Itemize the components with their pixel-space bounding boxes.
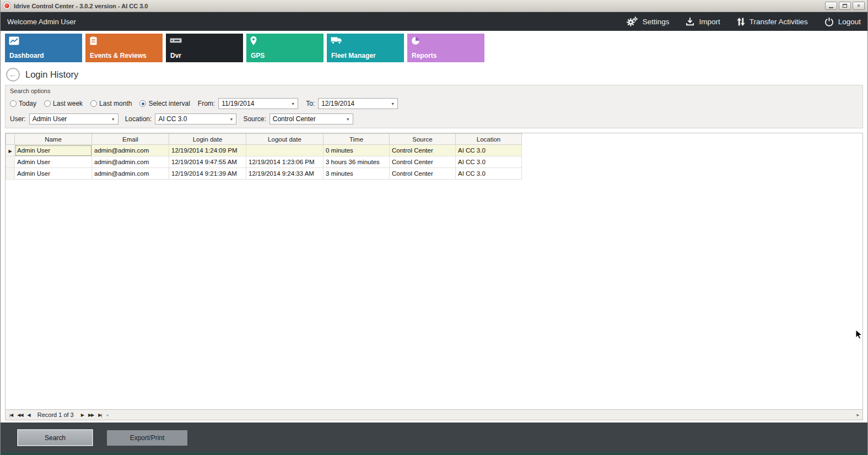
cell-logout-date[interactable]: 12/19/2014 9:24:33 AM xyxy=(246,168,324,180)
column-header-location[interactable]: Location xyxy=(456,134,522,145)
cell-login-date[interactable]: 12/19/2014 9:47:55 AM xyxy=(169,156,246,168)
prev-record-button[interactable]: ◀ xyxy=(25,413,33,418)
cell-logout-date[interactable] xyxy=(246,145,324,156)
location-value: AI CC 3.0 xyxy=(155,114,227,124)
cell-name[interactable]: Admin User xyxy=(15,145,92,156)
scroll-left-icon[interactable]: ◂ xyxy=(104,413,110,418)
tile-events-reviews-label: Events & Reviews xyxy=(90,52,147,59)
cell-email[interactable]: admin@admin.com xyxy=(92,156,169,168)
row-selector-cell xyxy=(6,156,15,168)
export-print-button[interactable]: Export/Print xyxy=(107,430,187,446)
close-button[interactable]: × xyxy=(853,2,865,10)
tile-gps[interactable]: GPS xyxy=(246,34,324,62)
maximize-icon xyxy=(843,4,847,8)
row-selector-cell xyxy=(6,168,15,180)
app-window: { "window": { "title": "Idrive Control C… xyxy=(0,0,868,455)
to-date-dropdown[interactable]: 12/19/2014 ▼ xyxy=(318,98,398,109)
chevron-down-icon[interactable]: ▼ xyxy=(388,99,397,109)
column-header-source[interactable]: Source xyxy=(390,134,456,145)
chevron-down-icon[interactable]: ▼ xyxy=(343,114,353,124)
location-dropdown[interactable]: AI CC 3.0 ▼ xyxy=(155,113,236,124)
table-row[interactable]: Admin User admin@admin.com 12/19/2014 9:… xyxy=(6,156,522,168)
chevron-down-icon[interactable]: ▼ xyxy=(288,99,298,109)
gutter-header-cell xyxy=(6,134,15,145)
transfer-activities-button[interactable]: Transfer Activities xyxy=(737,17,808,26)
page-title: Login History xyxy=(25,69,78,80)
from-label: From: xyxy=(198,100,215,107)
interval-radio-group: Today Last week Last month Select interv… xyxy=(10,100,190,107)
table-row[interactable]: Admin User admin@admin.com 12/19/2014 9:… xyxy=(6,168,522,180)
to-label: To: xyxy=(306,100,315,107)
cell-source[interactable]: Control Center xyxy=(390,168,456,180)
tile-events-reviews[interactable]: Events & Reviews xyxy=(85,34,163,62)
radio-today-label: Today xyxy=(19,100,36,107)
column-header-time[interactable]: Time xyxy=(324,134,390,145)
scroll-right-icon[interactable]: ▸ xyxy=(855,412,861,418)
cell-logout-date[interactable]: 12/19/2014 1:23:06 PM xyxy=(246,156,324,168)
back-button[interactable]: ← xyxy=(6,68,20,82)
last-record-button[interactable]: ▶| xyxy=(96,413,104,418)
window-controls: × xyxy=(825,2,865,10)
user-label: User: xyxy=(10,115,26,123)
column-header-name[interactable]: Name xyxy=(15,134,92,145)
from-date-dropdown[interactable]: 11/19/2014 ▼ xyxy=(218,98,298,109)
minimize-button[interactable] xyxy=(825,2,837,10)
tile-reports[interactable]: Reports xyxy=(407,34,484,62)
cell-location[interactable]: AI CC 3.0 xyxy=(456,145,522,156)
next-record-button[interactable]: ▶ xyxy=(79,413,86,418)
radio-last-week-circle[interactable] xyxy=(44,100,51,107)
search-button[interactable]: Search xyxy=(17,429,93,446)
cell-time[interactable]: 3 hours 36 minutes xyxy=(324,156,390,168)
radio-today-circle[interactable] xyxy=(10,100,17,107)
radio-last-month[interactable]: Last month xyxy=(90,100,132,107)
minimize-icon xyxy=(829,7,833,8)
radio-last-month-circle[interactable] xyxy=(90,100,97,107)
maximize-button[interactable] xyxy=(839,2,851,10)
first-record-button[interactable]: |◀ xyxy=(7,413,15,418)
truck-icon xyxy=(331,36,400,47)
horizontal-scrollbar[interactable]: ▸ xyxy=(110,410,861,420)
welcome-text: Welcome Admin User xyxy=(7,18,76,26)
cell-login-date[interactable]: 12/19/2014 1:24:09 PM xyxy=(169,145,246,156)
window-title: Idrive Control Center - 3.0.2 version - … xyxy=(14,3,825,9)
transfer-arrows-icon xyxy=(737,17,745,26)
tile-fleet-manager[interactable]: Fleet Manager xyxy=(327,34,404,62)
cell-name[interactable]: Admin User xyxy=(15,156,92,168)
radio-select-interval-circle[interactable] xyxy=(139,100,146,107)
cell-login-date[interactable]: 12/19/2014 9:21:39 AM xyxy=(169,168,246,180)
column-header-email[interactable]: Email xyxy=(92,134,169,145)
table-row[interactable]: ▶ Admin User admin@admin.com 12/19/2014 … xyxy=(6,145,522,156)
source-dropdown[interactable]: Control Center ▼ xyxy=(269,113,353,124)
cell-time[interactable]: 3 minutes xyxy=(324,168,390,180)
tile-dashboard[interactable]: Dashboard xyxy=(5,34,82,62)
fast-next-record-button[interactable]: ▶▶ xyxy=(86,413,96,418)
tile-dvr[interactable]: Dvr xyxy=(166,34,243,62)
radio-today[interactable]: Today xyxy=(10,100,36,107)
record-navigator: |◀ ◀◀ ◀ Record 1 of 3 ▶ ▶▶ ▶| ◂ ▸ xyxy=(5,410,863,420)
cell-location[interactable]: AI CC 3.0 xyxy=(456,168,522,180)
chevron-down-icon[interactable]: ▼ xyxy=(227,114,236,124)
user-dropdown[interactable]: Admin User ▼ xyxy=(29,113,118,124)
settings-button[interactable]: Settings xyxy=(626,17,670,27)
top-nav-bar: Welcome Admin User xyxy=(1,12,867,31)
import-button[interactable]: Import xyxy=(686,17,720,26)
radio-select-interval[interactable]: Select interval xyxy=(139,100,190,107)
search-options-title: Search options xyxy=(10,88,858,94)
login-history-table: Name Email Login date Logout date Time S… xyxy=(6,133,522,180)
cell-source[interactable]: Control Center xyxy=(390,145,456,156)
fast-prev-record-button[interactable]: ◀◀ xyxy=(15,413,25,418)
cell-source[interactable]: Control Center xyxy=(390,156,456,168)
logout-button[interactable]: Logout xyxy=(824,17,861,26)
cell-location[interactable]: AI CC 3.0 xyxy=(456,156,522,168)
cell-name[interactable]: Admin User xyxy=(15,168,92,180)
column-header-login-date[interactable]: Login date xyxy=(169,134,246,145)
chevron-down-icon[interactable]: ▼ xyxy=(109,114,118,124)
radio-last-week[interactable]: Last week xyxy=(44,100,83,107)
search-options-panel: Search options Today Last week Last mont… xyxy=(5,85,863,128)
cell-email[interactable]: admin@admin.com xyxy=(92,145,169,156)
column-header-logout-date[interactable]: Logout date xyxy=(246,134,324,145)
cell-email[interactable]: admin@admin.com xyxy=(92,168,169,180)
cell-time[interactable]: 0 minutes xyxy=(324,145,390,156)
radio-last-month-label: Last month xyxy=(99,100,132,107)
tile-reports-label: Reports xyxy=(412,52,436,59)
